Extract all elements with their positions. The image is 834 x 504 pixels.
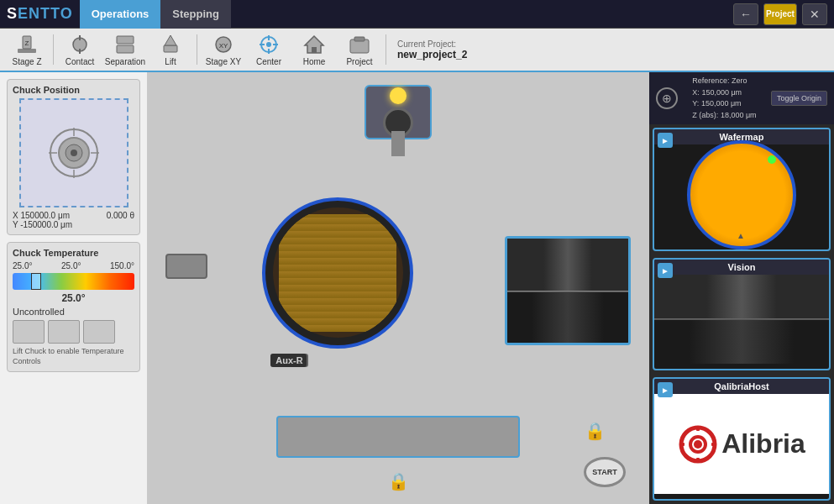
lock-center-bottom: 🔒 <box>388 471 409 491</box>
temp-boxes <box>13 320 134 344</box>
tab-operations[interactable]: Operations <box>80 0 161 29</box>
center-machine-view: Aux-L Aux-R 🔒 START 🔒 <box>147 72 649 504</box>
light-bulb-icon <box>390 87 407 104</box>
toolbar-lift[interactable]: Lift <box>149 30 192 69</box>
y-coord: Y -150000.0 μm <box>13 220 72 229</box>
svg-rect-0 <box>18 49 36 53</box>
vision-panel: ► Vision <box>653 258 831 370</box>
svg-rect-6 <box>117 36 134 44</box>
temp-status: Uncontrolled <box>13 307 134 317</box>
temp-box-2[interactable] <box>48 320 80 344</box>
toolbar-home[interactable]: Home <box>292 30 336 69</box>
current-project-info: Current Project: new_project_2 <box>397 39 467 60</box>
lock-center-icon: 🔒 <box>388 472 409 491</box>
ref-y: Y: 150,000 μm <box>692 98 756 110</box>
toolbar-stage-xy[interactable]: XY Stage XY <box>202 30 245 69</box>
x-coord: X 150000.0 μm <box>13 211 72 220</box>
wafer-inner <box>273 207 403 338</box>
left-arm <box>165 254 207 279</box>
toolbar-separator-3 <box>386 34 386 65</box>
toolbar-contact[interactable]: Contact <box>58 30 102 69</box>
svg-rect-7 <box>117 45 134 53</box>
svg-text:XY: XY <box>219 42 228 50</box>
tab-stepping[interactable]: Stepping <box>160 0 231 29</box>
svg-text:Z: Z <box>25 39 29 47</box>
wafermap-indicator-dot <box>768 155 776 164</box>
vision-title: Vision <box>654 260 829 275</box>
wafermap-panel-icon: ► <box>658 133 673 148</box>
svg-rect-19 <box>312 47 317 53</box>
vision-bottom-row <box>507 291 628 344</box>
wafermap-panel: ► Wafermap ▲ <box>653 128 831 251</box>
toolbar-center[interactable]: Center <box>247 30 291 69</box>
reference-info: Reference: Zero X: 150,000 μm Y: 150,000… <box>692 76 756 121</box>
qalibria-q-icon <box>678 424 718 465</box>
left-panel: Chuck Position X 150000.0 μm <box>0 72 147 504</box>
logo-s: S <box>7 5 18 22</box>
qalibria-logo: Alibria <box>678 424 805 465</box>
vision-top <box>654 275 829 318</box>
chuck-crosshair-icon <box>49 128 99 178</box>
angle-coord: 0.000 θ <box>107 211 134 229</box>
temp-box-1[interactable] <box>13 320 45 344</box>
temp-gradient <box>13 273 134 290</box>
svg-point-40 <box>694 440 702 449</box>
lock-icon: 🔒 <box>585 422 606 440</box>
svg-point-25 <box>71 150 77 156</box>
wafer-ring <box>262 197 413 349</box>
toolbar-stage-z[interactable]: Z Stage Z <box>5 30 49 69</box>
svg-rect-34 <box>679 443 685 446</box>
reference-bar: ⊕ Reference: Zero X: 150,000 μm Y: 150,0… <box>649 72 834 124</box>
machine-neck <box>391 131 405 156</box>
chuck-temperature-title: Chuck Temperature <box>13 248 134 258</box>
chuck-coords: X 150000.0 μm Y -150000.0 μm 0.000 θ <box>13 211 134 229</box>
temp-range-row: 25.0° 25.0° 150.0° <box>13 261 134 270</box>
toolbar-separator <box>53 34 54 65</box>
wafermap-center-marker: ▲ <box>737 231 747 241</box>
vision-camera-box <box>505 236 631 345</box>
vision-top-row <box>507 239 628 291</box>
ref-label: Reference: Zero <box>692 76 756 87</box>
chuck-visual <box>19 98 129 207</box>
ref-x: X: 150,000 μm <box>692 87 756 99</box>
project-button[interactable]: Project <box>763 3 797 25</box>
aux-r-label: Aux-R <box>270 354 307 367</box>
back-button[interactable]: ← <box>733 3 758 25</box>
toggle-origin-button[interactable]: Toggle Origin <box>771 91 827 106</box>
svg-marker-9 <box>165 35 176 45</box>
chuck-temperature-panel: Chuck Temperature 25.0° 25.0° 150.0° 25.… <box>7 242 140 372</box>
qalibria-panel-icon: ► <box>658 382 673 397</box>
wafermap-container: ▲ <box>654 144 829 244</box>
svg-point-13 <box>266 42 271 47</box>
start-button[interactable]: START <box>584 457 626 487</box>
close-button[interactable]: ✕ <box>802 3 827 25</box>
svg-rect-8 <box>164 45 177 52</box>
temp-note: Lift Chuck to enable Temperature Control… <box>13 347 134 366</box>
qalibria-title: QalibriaHost <box>654 379 829 394</box>
vision-panel-icon: ► <box>658 263 673 278</box>
qalibria-text: Alibria <box>721 428 805 459</box>
ref-z: Z (abs): 18,000 μm <box>692 110 756 122</box>
svg-rect-33 <box>696 458 700 463</box>
temp-current-value: 25.0° <box>13 292 134 304</box>
temp-box-3[interactable] <box>83 320 115 344</box>
crosshair-icon: ⊕ <box>656 87 678 109</box>
toolbar-separator-2 <box>197 34 197 65</box>
qalibria-panel: ► QalibriaHost <box>653 377 831 501</box>
chuck-position-title: Chuck Position <box>13 85 134 95</box>
svg-rect-21 <box>354 37 365 41</box>
bottom-tray <box>276 416 520 458</box>
vision-bottom <box>654 319 829 364</box>
app-logo: SENTTO <box>0 5 80 23</box>
qalibria-content: Alibria <box>654 394 829 494</box>
toolbar-project[interactable]: Project <box>338 30 381 69</box>
chuck-position-panel: Chuck Position X 150000.0 μm <box>7 79 140 235</box>
temp-indicator <box>31 273 41 290</box>
wafer-stage: Aux-L Aux-R <box>262 197 413 354</box>
vision-panel-content <box>654 275 829 364</box>
right-panel: ⊕ Reference: Zero X: 150,000 μm Y: 150,0… <box>649 72 834 504</box>
wafer-grid <box>279 214 396 332</box>
toolbar-separation[interactable]: Separation <box>103 30 147 69</box>
logo-rest: ENTTO <box>18 5 73 22</box>
wafermap-circle[interactable]: ▲ <box>687 140 796 249</box>
